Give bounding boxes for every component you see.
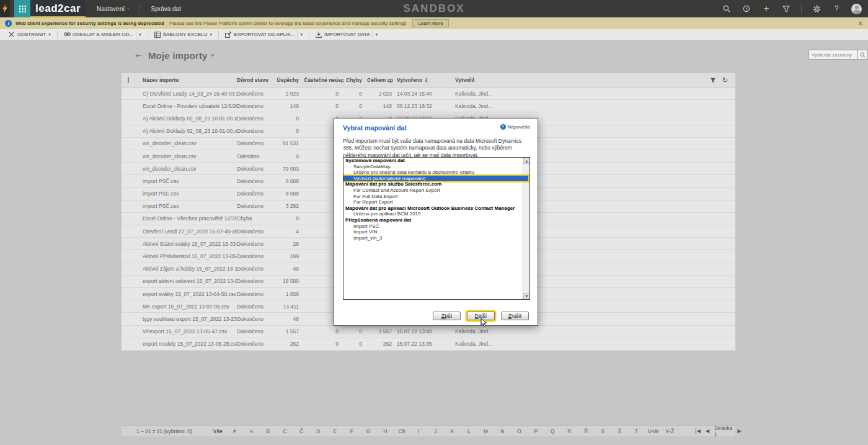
jump-letter[interactable]: C [277, 428, 293, 434]
split-divider [373, 31, 373, 38]
grid-header-tools: ↻ [710, 73, 728, 88]
mapping-item[interactable]: Import_vin_3 [343, 235, 529, 241]
jump-letter[interactable]: J [427, 428, 444, 434]
email-link-button[interactable]: ODESLAT E-MAILEM OD... ▾ [60, 29, 145, 40]
column-header-name[interactable]: Název importu [143, 77, 237, 83]
nav-settings[interactable]: Nastavení ▾ [97, 6, 130, 12]
search-icon[interactable] [722, 4, 732, 14]
first-page-icon[interactable]: ◀ [696, 428, 701, 434]
mapping-item[interactable]: For Report Export [343, 199, 529, 205]
help-icon[interactable]: ? [831, 4, 841, 14]
mapping-item[interactable]: For Contact and Account Report Export [343, 187, 529, 194]
view-selector-chevron-icon[interactable]: ▾ [211, 52, 215, 58]
cancel-button[interactable]: Zrušit [501, 312, 529, 320]
scroll-down-icon[interactable]: ▼ [523, 293, 530, 299]
back-arrow-icon[interactable]: ← [135, 51, 142, 60]
mapping-item[interactable]: Určeno pro obecná data kontaktu a obchod… [343, 169, 529, 176]
email-link-icon [64, 32, 70, 38]
jump-letter[interactable]: A [243, 428, 260, 434]
back-button[interactable]: Zpět [433, 312, 461, 320]
jump-letter[interactable]: T [628, 428, 645, 434]
jump-letter[interactable]: Q [544, 428, 561, 434]
column-header-success[interactable]: Úspěchy [273, 77, 304, 83]
jump-letter[interactable]: B [260, 428, 277, 434]
cell-status: Dokončeno [237, 103, 273, 109]
jump-letter[interactable]: Š [611, 428, 628, 434]
column-header-total[interactable]: Celkem zp [367, 77, 397, 83]
column-header-partial[interactable]: Částečné neúsp [304, 77, 343, 83]
delete-button[interactable]: ODSTRANIT ▾ [5, 29, 55, 40]
search-records-input[interactable] [808, 50, 858, 60]
filter-icon[interactable] [781, 4, 791, 14]
jump-letter[interactable]: O [511, 428, 528, 434]
create-new-plus-icon[interactable]: + [761, 4, 771, 14]
next-page-icon[interactable]: ▶ [737, 428, 741, 434]
checkbox-icon[interactable] [128, 77, 129, 83]
cell-name: export modely 15_07_2022 13-05-28.csv [143, 341, 237, 347]
learn-more-button[interactable]: Learn More [412, 19, 449, 27]
jump-letter[interactable]: I [410, 428, 427, 434]
table-row[interactable]: Excel Online - Povolení uživatelé 12/6/2… [122, 100, 735, 112]
scroll-up-icon[interactable]: ▲ [523, 158, 530, 164]
cell-name: A) Aktivní Doklady 02_08_23 10-01-00.xls… [143, 115, 237, 122]
jump-letter[interactable]: Vše [210, 428, 226, 434]
view-selector-title[interactable]: Moje importy [148, 50, 208, 61]
mapping-item[interactable]: For Full Data Export [343, 194, 529, 200]
app-logo[interactable]: lead2car [30, 0, 86, 17]
mapping-item[interactable]: Import VIN [343, 229, 529, 235]
export-to-app-button[interactable]: EXPORTOVAT DO APLIK... ▾ [221, 29, 306, 40]
app-launcher-waffle-icon[interactable] [14, 0, 30, 17]
table-row[interactable]: C) Otevřené Leady 14_03_24 15-40-03.xlsx… [122, 88, 735, 100]
excel-templates-button[interactable]: ŠABLONY EXCELU ▾ [151, 29, 216, 40]
deprecation-banner: i Web client experience for security set… [0, 17, 868, 29]
jump-letter[interactable]: P [528, 428, 544, 434]
mapping-item[interactable]: Určeno pro aplikaci BCM 2010 [343, 211, 529, 217]
cell-name: MK export 15_07_2022 13-07-06.csv [143, 303, 237, 310]
select-all-checkbox[interactable] [122, 77, 143, 83]
column-header-created[interactable]: Vytvořeno ↓ [397, 77, 455, 83]
jump-letter[interactable]: # [226, 428, 243, 434]
refresh-icon[interactable]: ↻ [722, 76, 728, 84]
mapping-item[interactable]: SampleDataMap [343, 164, 529, 170]
nav-area-sprava-dat[interactable]: Správa dat [151, 6, 181, 12]
export-to-app-label: EXPORTOVAT DO APLIK... [234, 32, 294, 37]
jump-letter[interactable]: R [561, 428, 578, 434]
banner-close-icon[interactable]: × [858, 20, 863, 27]
previous-page-icon[interactable]: ◀ [706, 428, 709, 434]
column-header-errors[interactable]: Chyby [343, 77, 367, 83]
jump-letter[interactable]: X-Ž [662, 428, 678, 434]
cell-success: 2 023 [273, 91, 304, 97]
jump-letter[interactable]: E [327, 428, 343, 434]
chevron-down-icon: ▾ [300, 32, 303, 37]
jump-letter[interactable]: Ř [578, 428, 595, 434]
jump-letter[interactable]: F [343, 428, 360, 434]
cell-total: 1 557 [367, 328, 397, 335]
mapping-item[interactable]: Výchozí (automatické mapování) [343, 176, 528, 182]
user-avatar[interactable] [851, 4, 862, 14]
jump-letter[interactable]: U-W [645, 428, 662, 434]
settings-gear-icon[interactable] [812, 4, 822, 14]
jump-letter[interactable]: G [360, 428, 377, 434]
cell-success: 28 [273, 241, 304, 247]
jump-letter[interactable]: Ch [394, 428, 410, 434]
cell-name: import PSČ.csv [143, 191, 237, 197]
jump-letter[interactable]: Č [293, 428, 310, 434]
jump-letter[interactable]: M [477, 428, 494, 434]
jump-letter[interactable]: S [595, 428, 611, 434]
jump-letter[interactable]: L [461, 428, 477, 434]
recent-history-icon[interactable] [742, 4, 751, 14]
jump-letter[interactable]: N [494, 428, 511, 434]
import-data-button[interactable]: IMPORTOVAT DATA ▾ [312, 29, 381, 40]
dialog-help-link[interactable]: ? Nápověda [500, 124, 530, 130]
search-submit-icon[interactable] [858, 50, 868, 60]
jump-letter[interactable]: H [377, 428, 394, 434]
table-row[interactable]: VPexport 15_07_2022 13-05-47.csvDokončen… [122, 326, 735, 338]
table-row[interactable]: export modely 15_07_2022 13-05-28.csvDok… [122, 338, 735, 351]
jump-letter[interactable]: K [444, 428, 461, 434]
next-button[interactable]: Další [467, 312, 495, 320]
column-header-createdby[interactable]: Vytvořil [455, 77, 735, 83]
column-header-status[interactable]: Důvod stavu [237, 77, 273, 83]
column-filter-icon[interactable] [710, 78, 716, 83]
mapping-item[interactable]: Import PSČ [343, 223, 529, 230]
jump-letter[interactable]: D [310, 428, 327, 434]
